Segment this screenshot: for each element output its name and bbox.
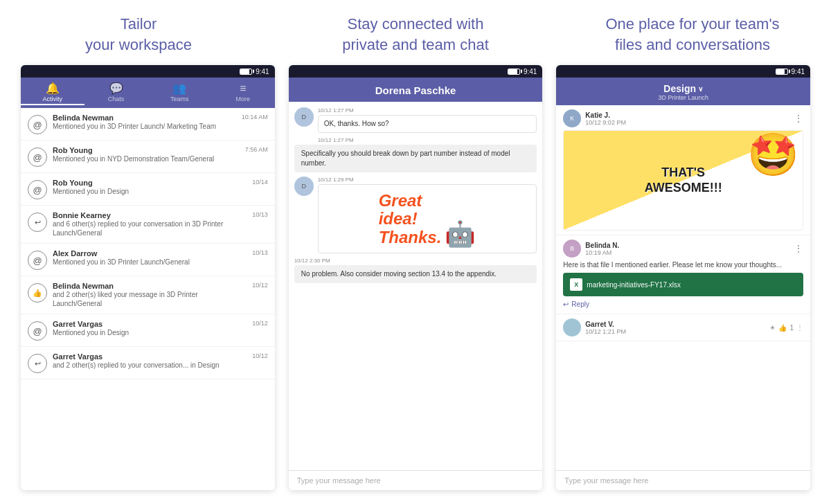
comic-image: 🤩 THAT'SAWESOME!!! <box>563 130 803 231</box>
sticker-content: Great idea! Thanks. 🤖 <box>379 192 476 246</box>
more-options-icon-2[interactable]: ⋮ <box>794 243 803 254</box>
design-input-bar[interactable]: Type your message here <box>556 470 810 490</box>
belinda-msg-text: Here is that file I mentioned earlier. P… <box>563 260 803 270</box>
activity-desc: Mentioned you in 3D Printer Launch/Gener… <box>53 258 247 267</box>
phone-design: 9:41 Design ∨ 3D Printer Launch K Katie … <box>556 65 810 490</box>
battery-icon-2 <box>508 69 520 75</box>
chat-icon: 💬 <box>109 83 123 94</box>
list-item[interactable]: @ Rob Young Mentioned you in Design 10/1… <box>21 173 275 206</box>
heading1-line1: Tailor <box>120 15 157 33</box>
reaction-count: 1 <box>789 324 794 332</box>
battery-icon-3 <box>776 69 788 75</box>
more-options-icon[interactable]: ⋮ <box>794 113 803 124</box>
activity-content: Garret Vargas Mentioned you in Design <box>53 320 247 337</box>
nav-activity-label: Activity <box>43 96 63 102</box>
activity-name: Alex Darrow <box>53 249 247 258</box>
chat-message-3: D 10/12 1:29 PM Great idea! Thanks. 🤖 <box>294 177 537 253</box>
activity-desc: Mentioned you in 3D Printer Launch/ Mark… <box>53 122 236 131</box>
heading-col-2: Stay connected with private and team cha… <box>277 14 554 55</box>
comic-text: THAT'SAWESOME!!! <box>645 165 722 195</box>
nav-teams[interactable]: 👥 Teams <box>148 82 211 105</box>
channel-name: Design ∨ <box>556 83 810 94</box>
activity-time: 10/13 <box>252 249 268 256</box>
headings-row: Tailor your workspace Stay connected wit… <box>0 0 831 65</box>
status-bar-1: 9:41 <box>21 65 275 78</box>
bell-icon: 🔔 <box>46 83 60 94</box>
status-bar-2: 9:41 <box>289 65 543 78</box>
chat-input-bar[interactable]: Type your message here <box>289 470 543 490</box>
phones-row: 9:41 🔔 Activity 💬 Chats 👥 Teams ≡ More <box>0 65 831 504</box>
design-input-placeholder: Type your message here <box>564 476 648 485</box>
sticker-robot-icon: 🤖 <box>445 222 476 246</box>
activity-time: 10/13 <box>252 211 268 218</box>
time-belinda: 10:19 AM <box>585 249 789 256</box>
status-time-3: 9:41 <box>792 68 805 75</box>
activity-name: Rob Young <box>53 179 247 187</box>
list-item[interactable]: @ Belinda Newman Mentioned you in 3D Pri… <box>21 108 275 141</box>
more-options-icon-3[interactable]: ⋮ <box>796 324 803 332</box>
activity-desc: and 2 other(s) replied to your conversat… <box>53 361 247 370</box>
activity-name: Belinda Newman <box>53 114 236 122</box>
avatar-dorena2: D <box>294 177 314 196</box>
activity-name: Garret Vargas <box>53 352 247 361</box>
battery-icon-1 <box>240 69 252 75</box>
list-item[interactable]: ↩ Garret Vargas and 2 other(s) replied t… <box>21 347 275 379</box>
activity-time: 10/14 <box>252 179 268 186</box>
list-item[interactable]: @ Alex Darrow Mentioned you in 3D Printe… <box>21 244 275 276</box>
mention-icon: @ <box>28 251 47 270</box>
channel-sub: 3D Printer Launch <box>556 94 810 101</box>
activity-name: Bonnie Kearney <box>53 211 247 219</box>
nav-activity[interactable]: 🔔 Activity <box>21 82 84 105</box>
activity-desc: Mentioned you in NYD Demonstration Team/… <box>53 154 240 163</box>
phone-chat: 9:41 Dorena Paschke D 10/12 1:27 PM OK, … <box>289 65 543 490</box>
channel-message-katie: K Katie J. 10/12 9:02 PM ⋮ 🤩 THAT'SAWESO… <box>556 105 810 235</box>
phone2-header: Dorena Paschke <box>289 78 543 102</box>
phone1-nav: 🔔 Activity 💬 Chats 👥 Teams ≡ More <box>21 78 275 108</box>
msg-bubble-2: Specifically you should break down by pa… <box>294 145 537 172</box>
activity-name: Belinda Newman <box>53 282 247 290</box>
status-time-2: 9:41 <box>524 68 537 75</box>
bubble-wrap-1: 10/12 1:27 PM OK, thanks. How so? <box>318 107 537 133</box>
list-item[interactable]: 👍 Belinda Newman and 2 other(s) liked yo… <box>21 276 275 314</box>
msg-bubble-4: No problem. Also consider moving section… <box>294 265 537 283</box>
activity-desc: Mentioned you in Design <box>53 187 247 196</box>
activity-content: Belinda Newman and 2 other(s) liked your… <box>53 282 247 308</box>
msg-meta-garret: Garret V. 10/12 1:21 PM <box>585 321 765 335</box>
heading2-line2: private and team chat <box>342 36 489 53</box>
like-icon: 👍 <box>28 283 47 303</box>
nav-teams-label: Teams <box>170 96 189 102</box>
heading-col-3: One place for your team's files and conv… <box>554 14 831 55</box>
file-attachment[interactable]: X marketing-initiatives-FY17.xlsx <box>563 273 803 296</box>
activity-content: Rob Young Mentioned you in NYD Demonstra… <box>53 146 240 163</box>
list-item[interactable]: @ Garret Vargas Mentioned you in Design … <box>21 314 275 347</box>
heading3-line1: One place for your team's <box>605 15 779 33</box>
list-item[interactable]: @ Rob Young Mentioned you in NYD Demonst… <box>21 141 275 173</box>
sun-icon: ☀ <box>769 324 776 332</box>
heading3-line2: files and conversations <box>615 36 770 53</box>
file-name: marketing-initiatives-FY17.xlsx <box>587 281 681 289</box>
activity-time: 10/12 <box>252 352 268 359</box>
nav-chats-label: Chats <box>108 96 125 102</box>
teams-icon: 👥 <box>172 83 186 94</box>
mention-icon: @ <box>28 147 47 167</box>
time-garret: 10/12 1:21 PM <box>585 328 765 335</box>
msg-header-belinda: B Belinda N. 10:19 AM ⋮ <box>563 240 803 258</box>
mention-icon: @ <box>28 115 47 134</box>
avatar-belinda: B <box>563 240 581 258</box>
msg-meta-belinda: Belinda N. 10:19 AM <box>585 242 789 256</box>
mention-icon: @ <box>28 180 47 199</box>
nav-more[interactable]: ≡ More <box>211 82 275 105</box>
channel-message-garret: Garret V. 10/12 1:21 PM ☀ 👍 1 ⋮ <box>556 314 810 341</box>
heading1-line2: your workspace <box>85 36 192 53</box>
reply-button[interactable]: ↩ Reply <box>563 299 803 309</box>
list-item[interactable]: ↩ Bonnie Kearney and 6 other(s) replied … <box>21 206 275 244</box>
channel-messages: K Katie J. 10/12 9:02 PM ⋮ 🤩 THAT'SAWESO… <box>556 105 810 470</box>
activity-content: Rob Young Mentioned you in Design <box>53 179 247 196</box>
sender-belinda: Belinda N. <box>585 242 789 249</box>
heading-col-1: Tailor your workspace <box>0 14 277 55</box>
chat-input-placeholder: Type your message here <box>297 476 381 485</box>
sender-katie: Katie J. <box>585 111 789 119</box>
nav-chats[interactable]: 💬 Chats <box>84 82 148 105</box>
more-icon: ≡ <box>240 83 246 94</box>
nav-more-label: More <box>236 96 251 102</box>
